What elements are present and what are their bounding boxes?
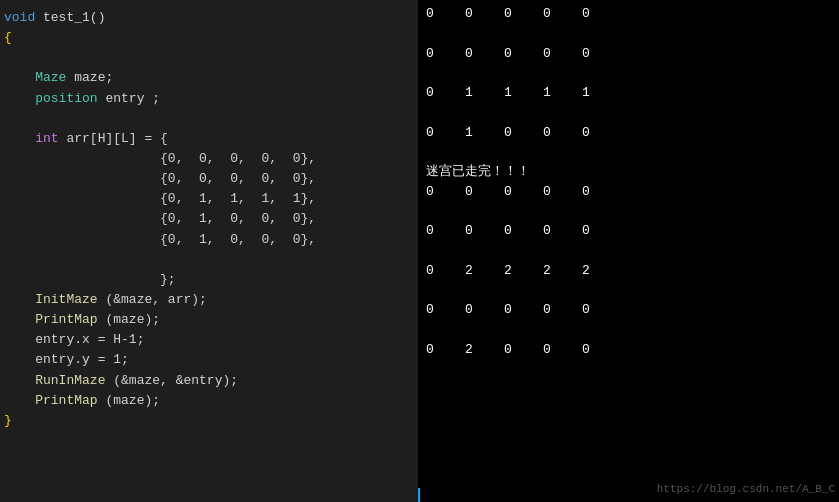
code-line: {0, 1, 0, 0, 0}, (4, 230, 414, 250)
code-line: {0, 0, 0, 0, 0}, (4, 149, 414, 169)
console-line (426, 142, 831, 162)
code-line: int arr[H][L] = { (4, 129, 414, 149)
code-line: PrintMap (maze); (4, 391, 414, 411)
code-line: entry.y = 1; (4, 350, 414, 370)
console-line (426, 320, 831, 340)
console-line (426, 202, 831, 222)
console-line: 0 0 0 0 0 (426, 221, 831, 241)
code-line (4, 250, 414, 270)
code-line: Maze maze; (4, 68, 414, 88)
code-line: }; (4, 270, 414, 290)
code-line: {0, 1, 0, 0, 0}, (4, 209, 414, 229)
code-line: RunInMaze (&maze, &entry); (4, 371, 414, 391)
console-line (426, 103, 831, 123)
console-line (426, 24, 831, 44)
code-line (4, 109, 414, 129)
code-line (4, 48, 414, 68)
console-line: 0 0 0 0 0 (426, 44, 831, 64)
console-line: 迷宫已走完！！！ (426, 162, 831, 182)
watermark: https://blog.csdn.net/A_B_C (657, 481, 835, 498)
code-line: void test_1() (4, 8, 414, 28)
console-line: 0 1 0 0 0 (426, 123, 831, 143)
console-line: 0 0 0 0 0 (426, 300, 831, 320)
console-line: 0 1 1 1 1 (426, 83, 831, 103)
code-editor: void test_1(){ Maze maze; position entry… (0, 0, 418, 502)
code-line: { (4, 28, 414, 48)
console-line: 0 2 0 0 0 (426, 340, 831, 360)
console-line (426, 63, 831, 83)
code-line: } (4, 411, 414, 431)
code-line: position entry ; (4, 89, 414, 109)
console-line: 0 2 2 2 2 (426, 261, 831, 281)
code-line: entry.x = H-1; (4, 330, 414, 350)
code-line: {0, 1, 1, 1, 1}, (4, 189, 414, 209)
console-line: 0 0 0 0 0 (426, 4, 831, 24)
console-line: 0 0 0 0 0 (426, 182, 831, 202)
code-line: {0, 0, 0, 0, 0}, (4, 169, 414, 189)
code-line: PrintMap (maze); (4, 310, 414, 330)
console-line (426, 241, 831, 261)
code-line: InitMaze (&maze, arr); (4, 290, 414, 310)
console-line (426, 281, 831, 301)
console-output: 0 0 0 0 0 0 0 0 0 0 0 1 1 1 1 0 1 0 0 0 … (418, 0, 839, 502)
